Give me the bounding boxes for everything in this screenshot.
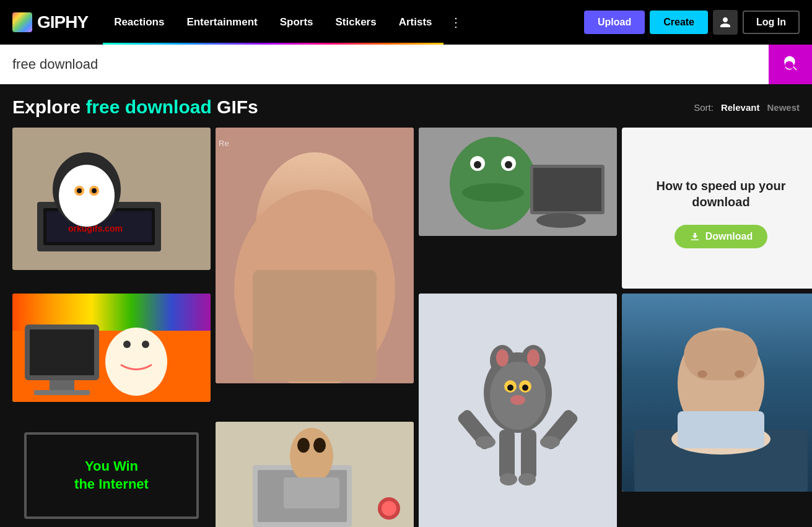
nav-reactions[interactable]: Reactions: [103, 0, 175, 45]
explore-title: Explore free download GIFs: [12, 97, 258, 118]
svg-rect-53: [499, 430, 515, 479]
sort-relevant[interactable]: Relevant: [721, 102, 760, 113]
kermit-illustration: [419, 128, 617, 236]
woman-boat-illustration: [622, 294, 812, 492]
gif-ad-download[interactable]: How to speed up your download Download: [622, 128, 812, 289]
gif-woman-smile[interactable]: Re: [216, 128, 414, 383]
nav-more-icon[interactable]: ⋮: [443, 0, 468, 45]
nav-entertainment[interactable]: Entertainment: [175, 0, 268, 45]
download-icon: [689, 231, 701, 242]
giphy-logo-text: GIPHY: [37, 12, 88, 32]
nav-sports[interactable]: Sports: [269, 0, 325, 45]
sort-label: Sort:: [694, 102, 714, 113]
create-button[interactable]: Create: [650, 11, 708, 34]
cat-typing-illustration: orkugifs.com: [12, 128, 211, 270]
ad-title: How to speed up your download: [622, 168, 812, 215]
you-win-line2: the Internet: [74, 476, 149, 494]
svg-point-11: [77, 188, 82, 193]
login-button[interactable]: Log In: [743, 11, 800, 34]
nav-actions: Upload Create Log In: [584, 10, 800, 35]
svg-point-58: [540, 436, 560, 448]
svg-point-50: [507, 385, 513, 391]
svg-point-46: [527, 349, 539, 367]
gif-grid: orkugifs.com: [0, 128, 812, 527]
svg-point-80: [382, 501, 396, 516]
svg-rect-34: [30, 329, 94, 375]
explore-prefix: Explore: [12, 97, 85, 117]
ad-download-button[interactable]: Download: [674, 225, 767, 248]
standing-cat-illustration: [419, 294, 617, 527]
svg-rect-78: [284, 477, 339, 508]
svg-point-30: [536, 213, 586, 228]
sort-area: Sort: Relevant Newest: [694, 102, 800, 113]
logo-area: GIPHY: [12, 12, 88, 32]
svg-rect-29: [533, 168, 601, 211]
svg-point-77: [313, 438, 326, 453]
svg-text:Re: Re: [219, 139, 229, 148]
nav-artists[interactable]: Artists: [388, 0, 443, 45]
svg-point-25: [474, 161, 481, 168]
svg-point-51: [522, 385, 528, 391]
svg-point-76: [297, 438, 310, 453]
woman-smile-illustration: Re: [216, 128, 414, 383]
svg-point-37: [105, 328, 167, 396]
svg-point-57: [476, 436, 495, 448]
user-icon-button[interactable]: [713, 10, 738, 35]
search-icon: [782, 56, 799, 73]
svg-point-26: [505, 161, 512, 168]
you-win-line1: You Win: [74, 458, 149, 476]
rainbow-computer-illustration: [12, 294, 211, 402]
explore-heading: Explore free download GIFs Sort: Relevan…: [0, 84, 812, 128]
user-icon: [719, 16, 731, 28]
gif-cat-typing[interactable]: orkugifs.com: [12, 128, 211, 270]
svg-rect-54: [521, 430, 536, 479]
svg-point-60: [518, 473, 536, 486]
gif-you-win-internet[interactable]: You Win the Internet: [12, 422, 211, 528]
nav-stickers[interactable]: Stickers: [325, 0, 388, 45]
svg-rect-68: [678, 411, 764, 448]
svg-point-52: [510, 395, 525, 405]
search-input[interactable]: [0, 45, 769, 84]
you-win-text: You Win the Internet: [74, 458, 149, 493]
typing-person-illustration: [216, 422, 414, 528]
explore-highlight: free download: [85, 97, 211, 117]
svg-point-39: [123, 341, 131, 348]
svg-point-59: [500, 473, 517, 486]
svg-point-12: [92, 188, 97, 193]
svg-point-8: [59, 165, 115, 227]
svg-rect-36: [34, 390, 90, 395]
header: GIPHY Reactions Entertainment Sports Sti…: [0, 0, 812, 45]
search-bar: [0, 45, 812, 84]
gif-woman-boat[interactable]: [622, 294, 812, 492]
you-win-screen: You Win the Internet: [24, 432, 199, 519]
svg-rect-35: [50, 380, 74, 390]
gif-rainbow-computer[interactable]: [12, 294, 211, 402]
giphy-logo-icon: [12, 12, 32, 32]
explore-suffix: GIFs: [212, 97, 258, 117]
sort-newest[interactable]: Newest: [767, 102, 800, 113]
upload-button[interactable]: Upload: [584, 11, 645, 34]
svg-point-40: [142, 341, 149, 348]
ad-download-label: Download: [705, 231, 753, 242]
svg-point-69: [697, 370, 707, 378]
search-button[interactable]: [769, 45, 812, 84]
svg-rect-66: [684, 331, 758, 380]
svg-rect-16: [253, 270, 377, 381]
gif-standing-cat[interactable]: [419, 294, 617, 527]
svg-point-45: [496, 349, 509, 367]
main-nav: Reactions Entertainment Sports Stickers …: [103, 0, 569, 45]
svg-point-75: [290, 428, 333, 484]
svg-point-27: [462, 183, 524, 202]
svg-point-70: [735, 370, 744, 378]
gif-typing-person[interactable]: [216, 422, 414, 528]
gif-kermit[interactable]: [419, 128, 617, 236]
